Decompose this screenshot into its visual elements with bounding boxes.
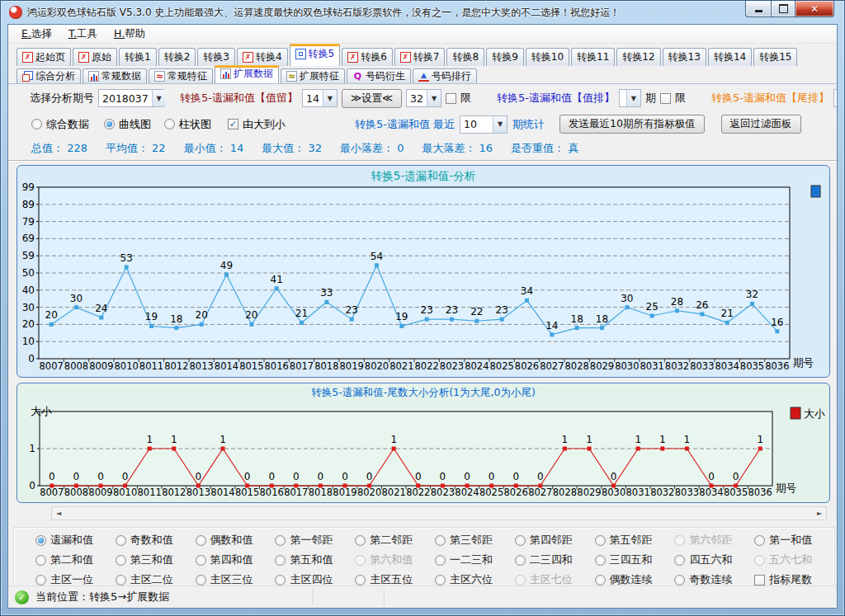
primary-tab-13[interactable]: 转换12 xyxy=(616,48,660,66)
indicator-option-1-6[interactable]: 二三四和 xyxy=(515,553,595,567)
data-point xyxy=(489,484,493,488)
data-point xyxy=(275,286,279,290)
stat-item-5: 最大落差： 16 xyxy=(422,141,493,156)
tab-label: 转换6 xyxy=(361,50,387,64)
radio-icon xyxy=(275,555,286,566)
secondary-tab-4[interactable]: ≈扩展特征 xyxy=(281,68,345,83)
horizontal-scrollbar[interactable]: ◄ ► xyxy=(51,506,827,520)
close-icon: ✕ xyxy=(810,3,819,15)
radio-icon xyxy=(674,555,685,566)
period-label: 选择分析期号 xyxy=(30,91,94,106)
legend-label: 大小 xyxy=(804,407,825,420)
indicator-option-1-2[interactable]: 第四和值 xyxy=(196,553,276,567)
primary-tab-12[interactable]: 转换11 xyxy=(571,48,615,66)
radio-icon xyxy=(595,555,606,566)
curve-chart-radio[interactable]: 曲线图 xyxy=(104,117,151,132)
scroll-left-icon[interactable]: ◄ xyxy=(52,510,65,517)
scrollbar-track[interactable] xyxy=(65,507,813,520)
back-to-filter-button[interactable]: 返回过滤面板 xyxy=(721,115,801,134)
data-point xyxy=(474,319,479,323)
indicator-option-1-7[interactable]: 三四五和 xyxy=(595,553,675,567)
indicator-option-label: 五六七和 xyxy=(769,553,812,567)
scroll-right-icon[interactable]: ► xyxy=(813,510,826,517)
primary-tab-1[interactable]: ✗原始 xyxy=(73,48,117,66)
radio-icon xyxy=(116,575,126,585)
menu-help[interactable]: H.帮助 xyxy=(106,26,153,43)
tab-label: 转换13 xyxy=(668,50,701,64)
indicator-option-0-5[interactable]: 第三邻距 xyxy=(435,533,515,548)
primary-tab-5[interactable]: ✗转换4 xyxy=(237,48,288,66)
send-extremes-button[interactable]: 发送最近10期所有指标极值 xyxy=(559,115,704,134)
radio-icon xyxy=(754,535,765,546)
maximize-button[interactable] xyxy=(771,1,795,17)
primary-tab-11[interactable]: 转换10 xyxy=(526,48,569,66)
data-label: 0 xyxy=(489,471,495,482)
recent-count-select[interactable]: 10 ▼ xyxy=(460,115,507,134)
primary-tab-6[interactable]: 转换5 xyxy=(290,44,341,66)
set-range-button[interactable]: ≫设置≪ xyxy=(342,89,402,108)
indicator-option-label: 第六和值 xyxy=(370,553,413,567)
data-point xyxy=(550,332,554,336)
close-button[interactable]: ✕ xyxy=(795,1,834,17)
indicator-option-0-7[interactable]: 第五邻距 xyxy=(595,533,675,548)
data-point xyxy=(700,312,704,316)
x-tick-label: 8030 xyxy=(615,360,639,372)
y-axis-title: 大小 xyxy=(31,405,52,417)
value-keep-limit-checkbox[interactable] xyxy=(446,93,456,104)
descending-order-checkbox[interactable]: ✓由大到小 xyxy=(228,117,286,132)
secondary-tab-6[interactable]: ▲号码排行 xyxy=(413,68,477,83)
indicator-option-label: 一二三和 xyxy=(450,553,493,567)
primary-tab-0[interactable]: ✗起始页 xyxy=(17,48,71,66)
secondary-tab-3[interactable]: 扩展数据 xyxy=(215,65,279,83)
primary-tab-3[interactable]: 转换2 xyxy=(158,48,196,66)
summary-data-radio[interactable]: 综合数据 xyxy=(31,117,89,132)
value-keep-max-select[interactable]: 32 ▼ xyxy=(406,89,441,107)
indicator-option-0-2[interactable]: 偶数和值 xyxy=(196,533,276,548)
tail-rank-select[interactable]: ▼ xyxy=(833,89,838,107)
primary-tab-14[interactable]: 转换13 xyxy=(663,48,706,66)
indicator-option-0-0[interactable]: 遗漏和值 xyxy=(35,533,116,548)
radio-icon xyxy=(355,535,366,546)
primary-tab-7[interactable]: ✗转换6 xyxy=(342,48,393,66)
value-keep-min-select[interactable]: 14 ▼ xyxy=(302,89,338,107)
indicator-option-0-3[interactable]: 第一邻距 xyxy=(275,533,355,548)
primary-tab-2[interactable]: 转换1 xyxy=(119,48,157,66)
indicator-option-0-1[interactable]: 奇数和值 xyxy=(116,533,196,548)
primary-tab-10[interactable]: 转换9 xyxy=(486,48,524,66)
tab-label: 转换5 xyxy=(309,47,335,61)
indicator-option-0-4[interactable]: 第二邻距 xyxy=(355,533,435,548)
indicator-option-1-1[interactable]: 第三和值 xyxy=(116,553,196,567)
indicator-option-1-0[interactable]: 第二和值 xyxy=(35,553,116,567)
primary-tab-9[interactable]: 转换8 xyxy=(446,48,484,66)
data-point xyxy=(441,484,445,488)
secondary-tab-0[interactable]: 综合分析 xyxy=(17,68,81,83)
secondary-tab-2[interactable]: ≈常规特征 xyxy=(149,68,213,83)
radio-icon xyxy=(355,575,366,585)
menu-select[interactable]: E.选择 xyxy=(13,26,60,43)
indicator-option-1-5[interactable]: 一二三和 xyxy=(435,553,515,567)
bar-chart-radio[interactable]: 柱状图 xyxy=(164,117,211,132)
minimize-button[interactable] xyxy=(745,1,771,17)
primary-tab-4[interactable]: 转换3 xyxy=(197,48,235,66)
data-label: 25 xyxy=(646,301,659,313)
data-point xyxy=(450,317,454,322)
primary-tab-15[interactable]: 转换14 xyxy=(708,48,752,66)
secondary-tab-1[interactable]: 常规数据 xyxy=(83,68,147,83)
primary-tab-8[interactable]: ✗转换7 xyxy=(394,48,446,66)
data-label: 1 xyxy=(146,434,153,445)
value-rank-limit-checkbox[interactable] xyxy=(660,93,671,104)
indicator-option-1-8[interactable]: 四五六和 xyxy=(674,553,754,567)
secondary-tab-5[interactable]: Q号码衍生 xyxy=(347,68,411,83)
tab-label: 转换10 xyxy=(531,50,564,64)
primary-tab-16[interactable]: 转换15 xyxy=(753,48,797,66)
rank-icon: ▲ xyxy=(418,71,429,82)
menu-tools[interactable]: T.工具 xyxy=(60,26,106,43)
period-select[interactable]: 2018037 ▼ xyxy=(98,89,164,107)
data-label: 20 xyxy=(45,309,58,321)
stat-item-2: 最小值： 14 xyxy=(184,141,244,156)
indicator-option-1-3[interactable]: 第五和值 xyxy=(275,553,355,567)
indicator-option-0-9[interactable]: 第一和值 xyxy=(754,533,834,548)
value-rank-select[interactable]: ▼ xyxy=(619,89,641,107)
indicator-option-0-6[interactable]: 第四邻距 xyxy=(515,533,595,548)
data-label: 0 xyxy=(318,471,324,482)
